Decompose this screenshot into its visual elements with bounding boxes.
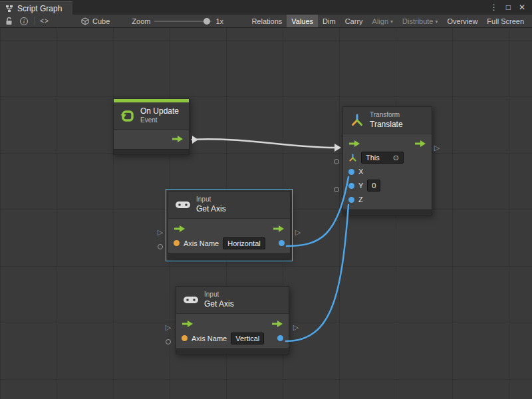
- get-axis-header: Input Get Axis: [168, 192, 290, 219]
- string-input-port[interactable]: [182, 335, 188, 341]
- chevron-down-icon: ▾: [390, 19, 393, 25]
- axis-name-label: Axis Name: [184, 239, 219, 247]
- node-title: On Update: [140, 106, 179, 116]
- info-icon[interactable]: i: [19, 16, 29, 27]
- object-picker-icon[interactable]: ⊙: [393, 153, 399, 162]
- y-value-field[interactable]: 0: [367, 180, 380, 192]
- gamepad-icon: [183, 295, 199, 305]
- toolbar-buttons: Relations Values Dim Carry Align ▾ Distr…: [247, 15, 529, 27]
- zoom-control: Zoom 1x: [132, 17, 223, 26]
- node-title: Get Axis: [196, 204, 226, 214]
- zoom-slider-handle[interactable]: [203, 18, 210, 25]
- flow-row: [176, 317, 289, 331]
- translate-header: Transform Translate: [343, 107, 432, 134]
- graph-canvas[interactable]: On Update Event: [0, 28, 532, 399]
- axis-name-label: Axis Name: [192, 334, 227, 342]
- loop-event-icon: [120, 108, 135, 123]
- z-input-row: Z: [343, 193, 432, 207]
- node-subtitle: Event: [140, 116, 179, 125]
- graph-target[interactable]: Cube: [81, 17, 110, 25]
- zoom-value: 1x: [215, 17, 223, 25]
- values-button[interactable]: Values: [287, 15, 318, 27]
- string-input-port[interactable]: [174, 240, 180, 246]
- graph-icon: [5, 5, 13, 13]
- on-update-node[interactable]: On Update Event: [113, 98, 190, 155]
- flow-port-triangle[interactable]: ▷: [158, 229, 163, 236]
- flow-port-triangle[interactable]: ▷: [434, 144, 440, 152]
- graph-toolbar: i <> Cube Zoom 1x Relations Values Dim C…: [0, 15, 532, 28]
- zoom-label: Zoom: [132, 17, 150, 25]
- value-port-circle[interactable]: [334, 187, 339, 192]
- wire-start-arrow: [192, 136, 198, 144]
- align-button[interactable]: Align ▾: [368, 15, 398, 27]
- get-axis-vertical-node[interactable]: Input Get Axis Axis Name Ver: [176, 286, 289, 354]
- tab-script-graph[interactable]: Script Graph: [0, 1, 72, 15]
- y-input-row: Y 0: [343, 179, 432, 193]
- node-subtitle: Input: [196, 196, 226, 204]
- overview-button[interactable]: Overview: [443, 15, 483, 27]
- axis-name-row: Axis Name Horizontal: [168, 236, 290, 251]
- node-footer: [343, 209, 432, 215]
- carry-button[interactable]: Carry: [340, 15, 368, 27]
- dim-button[interactable]: Dim: [318, 15, 340, 27]
- value-output-port[interactable]: [279, 240, 285, 246]
- relations-button[interactable]: Relations: [247, 15, 287, 27]
- transform-icon: [350, 113, 364, 128]
- flow-port-triangle[interactable]: ▷: [166, 324, 171, 331]
- value-input-port-x[interactable]: [348, 169, 354, 175]
- target-label: Cube: [92, 17, 110, 25]
- flow-output-port[interactable]: [271, 320, 283, 328]
- axis-name-field[interactable]: Vertical: [231, 332, 264, 344]
- transform-icon: [348, 154, 357, 162]
- flow-input-port[interactable]: [174, 225, 186, 233]
- value-port-circle[interactable]: [334, 159, 339, 164]
- tab-title: Script Graph: [17, 4, 62, 13]
- value-wire-vertical-z: [286, 205, 348, 341]
- chevron-down-icon: ▾: [436, 19, 438, 25]
- toolbar-separator: [34, 17, 35, 25]
- value-port-circle[interactable]: [166, 339, 171, 344]
- flow-output-port[interactable]: [414, 140, 426, 148]
- node-subtitle: Input: [204, 291, 234, 299]
- node-title: Get Axis: [204, 299, 234, 309]
- flow-input-port[interactable]: [182, 320, 194, 328]
- wire-end-arrow: [334, 144, 341, 152]
- flow-output-port[interactable]: [273, 225, 285, 233]
- value-port-circle[interactable]: [158, 244, 163, 249]
- node-subtitle: Transform: [370, 111, 403, 120]
- on-update-header: On Update Event: [114, 102, 189, 130]
- fullscreen-button[interactable]: Full Screen: [482, 15, 529, 27]
- get-axis-header: Input Get Axis: [176, 287, 289, 314]
- value-output-port[interactable]: [277, 335, 283, 341]
- flow-wire-onupdate-translate: [192, 139, 335, 148]
- flow-row: [168, 221, 290, 236]
- flow-input-port[interactable]: [348, 140, 360, 148]
- flow-port-triangle[interactable]: ▷: [295, 229, 301, 236]
- node-footer: [176, 348, 289, 354]
- axis-name-row: Axis Name Vertical: [176, 331, 289, 346]
- close-icon[interactable]: ✕: [519, 3, 525, 11]
- axis-name-field[interactable]: Horizontal: [223, 237, 265, 249]
- get-axis-horizontal-node[interactable]: Input Get Axis Axis Name Hor: [168, 191, 291, 259]
- node-footer: [168, 253, 290, 259]
- node-footer: [114, 149, 189, 154]
- z-label: Z: [358, 196, 363, 203]
- lock-icon[interactable]: [3, 16, 14, 27]
- distribute-button[interactable]: Distribute ▾: [398, 15, 442, 27]
- cube-icon: [81, 17, 89, 25]
- maximize-icon[interactable]: □: [506, 3, 511, 11]
- x-input-row: X: [343, 165, 432, 179]
- value-input-port-z[interactable]: [348, 197, 354, 203]
- y-label: Y: [358, 182, 363, 190]
- flow-port-triangle[interactable]: ▷: [293, 324, 299, 331]
- value-input-port-y[interactable]: [348, 183, 354, 189]
- flow-output-port[interactable]: [172, 135, 184, 143]
- kebab-menu-icon[interactable]: ⋮: [490, 3, 498, 11]
- flow-row: [114, 132, 189, 146]
- zoom-slider[interactable]: [154, 17, 211, 26]
- code-view-icon[interactable]: <>: [39, 16, 50, 27]
- window-controls: ⋮ □ ✕: [483, 3, 532, 11]
- x-label: X: [358, 168, 363, 176]
- translate-node[interactable]: Transform Translate: [342, 106, 432, 215]
- this-object-field[interactable]: This ⊙: [361, 152, 404, 164]
